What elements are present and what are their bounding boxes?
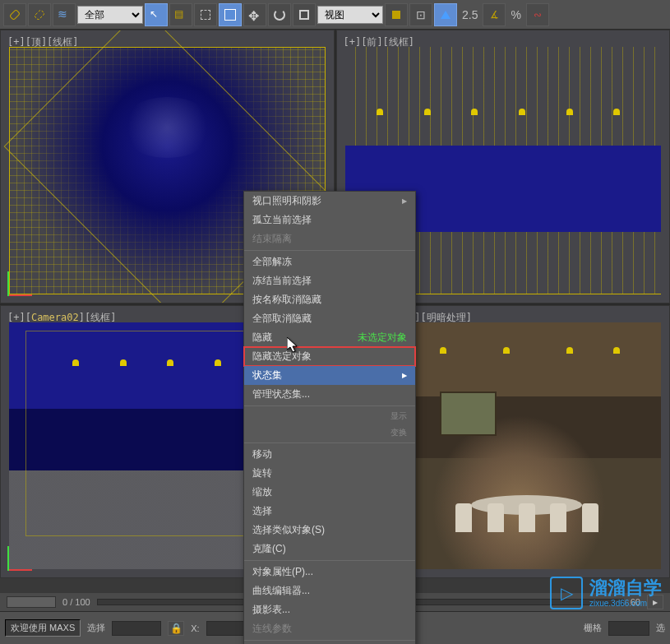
grid-label: 栅格 [584, 622, 602, 634]
menu-item-2: 结束隔离 [244, 229, 415, 248]
viewport-top-label[interactable]: [+][顶][线框] [7, 35, 79, 49]
menu-separator [244, 442, 415, 443]
menu-item-8[interactable]: 隐藏未选定对象 [244, 328, 415, 347]
menu-separator [244, 250, 415, 251]
select-label: 选择 [87, 622, 105, 634]
viewport-front-label[interactable]: [+][前][线框] [344, 35, 415, 49]
filter-dropdown[interactable]: 全部 [77, 6, 143, 24]
percent-label: % [511, 8, 520, 21]
rotate-icon[interactable] [268, 3, 291, 26]
time-slider[interactable] [7, 596, 56, 608]
lock-icon[interactable]: 🔒 [168, 621, 184, 636]
axis-gizmo-icon [7, 538, 40, 571]
angle-snap-icon[interactable]: ∡ [483, 3, 506, 26]
grid-field[interactable] [608, 621, 649, 636]
welcome-text: 欢迎使用 MAXS [5, 619, 81, 637]
menu-separator [244, 640, 415, 641]
menu-item-7[interactable]: 全部取消隐藏 [244, 309, 415, 328]
bind-icon[interactable]: ≋ [53, 3, 76, 26]
spinner-value: 2.5 [462, 8, 478, 21]
snap-icon[interactable]: ∾ [526, 3, 549, 26]
menu-item-19[interactable]: 选择 [244, 502, 415, 521]
menu-separator [244, 405, 415, 406]
menu-item-4[interactable]: 全部解冻 [244, 253, 415, 271]
select-cursor-icon[interactable]: ↖ [145, 3, 168, 26]
menu-item-23[interactable]: 对象属性(P)... [244, 563, 415, 581]
play-icon: ▷ [550, 577, 583, 609]
menu-item-1[interactable]: 孤立当前选择 [244, 211, 415, 229]
quad-context-menu: 视口照明和阴影孤立当前选择结束隔离全部解冻冻结当前选择按名称取消隐藏全部取消隐藏… [243, 191, 416, 644]
x-label: X: [191, 623, 199, 633]
coord-dropdown[interactable]: 视图 [317, 6, 383, 24]
viewport-cam02-label[interactable]: [+][Camera02][线框] [7, 311, 116, 325]
scale-icon[interactable] [293, 3, 316, 26]
watermark-url: zixue.3d66.com [589, 599, 662, 608]
menu-item-9[interactable]: 隐藏选定对象 [244, 347, 415, 366]
select-region-icon[interactable] [194, 3, 217, 26]
menu-item-17[interactable]: 旋转 [244, 464, 415, 483]
move-icon[interactable]: ✥ [243, 3, 266, 26]
watermark: ▷ 溜溜自学 zixue.3d66.com [550, 577, 662, 609]
menu-item-10[interactable]: 状态集 [244, 366, 415, 385]
watermark-text: 溜溜自学 [589, 577, 662, 598]
option-label: 选 [656, 622, 665, 634]
manipulate-icon[interactable] [434, 3, 457, 26]
menu-item-11[interactable]: 管理状态集... [244, 385, 415, 404]
menu-item-5[interactable]: 冻结当前选择 [244, 271, 415, 290]
menu-item-20[interactable]: 选择类似对象(S) [244, 521, 415, 540]
selection-field[interactable] [112, 621, 161, 636]
selection-center-icon[interactable]: ⊡ [409, 3, 432, 26]
menu-item-0[interactable]: 视口照明和阴影 [244, 192, 415, 211]
menu-separator [244, 560, 415, 561]
window-crossing-icon[interactable] [219, 3, 242, 26]
axis-gizmo-icon [7, 263, 40, 296]
menu-item-24[interactable]: 曲线编辑器... [244, 581, 415, 600]
menu-item-16[interactable]: 移动 [244, 445, 415, 464]
unlink-icon[interactable] [28, 3, 51, 26]
menu-item-14[interactable]: 变换 [244, 424, 415, 441]
frame-counter: 0 / 100 [62, 597, 90, 607]
main-toolbar: ≋ 全部 ↖ ▤ ✥ 视图 ⊡ 2.5 ∡ % ∾ [0, 0, 670, 30]
menu-item-26: 连线参数 [244, 619, 415, 638]
pivot-icon[interactable] [385, 3, 408, 26]
menu-item-6[interactable]: 按名称取消隐藏 [244, 290, 415, 309]
menu-item-13[interactable]: 显示 [244, 408, 415, 424]
select-name-icon[interactable]: ▤ [169, 3, 192, 26]
link-icon[interactable] [3, 3, 26, 26]
menu-item-21[interactable]: 克隆(C) [244, 540, 415, 558]
menu-item-18[interactable]: 缩放 [244, 483, 415, 502]
menu-item-25[interactable]: 摄影表... [244, 600, 415, 619]
